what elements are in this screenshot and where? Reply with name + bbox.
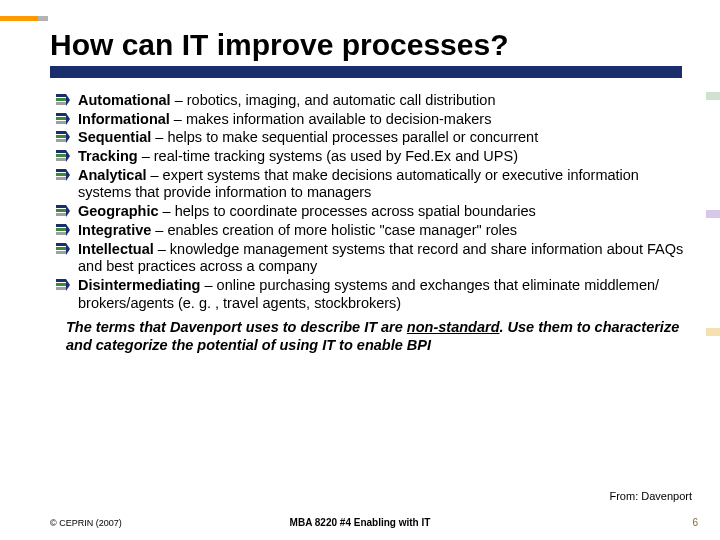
- bullet-term: Disintermediating: [78, 277, 200, 293]
- bullet-term: Analytical: [78, 167, 147, 183]
- svg-rect-17: [56, 213, 66, 216]
- arrow-bullet-icon: [56, 113, 70, 125]
- bullet-term: Integrative: [78, 222, 151, 238]
- footnote-text: The terms that Davenport uses to describ…: [56, 318, 690, 354]
- bullet-term: Automational: [78, 92, 171, 108]
- arrow-bullet-icon: [56, 243, 70, 255]
- svg-rect-8: [56, 139, 66, 142]
- svg-rect-15: [56, 205, 66, 208]
- bullet-desc: – real-time tracking systems (as used by…: [138, 148, 518, 164]
- bullet-term: Sequential: [78, 129, 151, 145]
- slide-title: How can IT improve processes?: [50, 28, 700, 66]
- svg-rect-2: [56, 102, 66, 105]
- svg-rect-20: [56, 232, 66, 235]
- arrow-bullet-icon: [56, 205, 70, 217]
- bullet-term: Tracking: [78, 148, 138, 164]
- accent-bar-grey: [38, 16, 48, 21]
- svg-rect-21: [56, 243, 66, 246]
- bullet-desc: – helps to make sequential processes par…: [151, 129, 538, 145]
- arrow-bullet-icon: [56, 279, 70, 291]
- svg-rect-14: [56, 177, 66, 180]
- svg-rect-23: [56, 251, 66, 254]
- list-item: Analytical – expert systems that make de…: [56, 167, 690, 202]
- svg-rect-3: [56, 113, 66, 116]
- bullet-desc: – knowledge management systems that reco…: [78, 241, 683, 275]
- right-accent-group: [706, 92, 720, 446]
- svg-rect-24: [56, 279, 66, 282]
- svg-rect-18: [56, 224, 66, 227]
- svg-rect-6: [56, 131, 66, 134]
- title-underline: [50, 66, 682, 78]
- svg-rect-10: [56, 154, 66, 157]
- svg-rect-7: [56, 135, 66, 138]
- svg-rect-22: [56, 247, 66, 250]
- svg-rect-16: [56, 209, 66, 212]
- note-pre: The terms that Davenport uses to describ…: [66, 319, 407, 335]
- svg-rect-19: [56, 228, 66, 231]
- svg-rect-1: [56, 98, 66, 101]
- svg-rect-9: [56, 150, 66, 153]
- accent-tan: [706, 328, 720, 336]
- note-underlined: non-standard: [407, 319, 500, 335]
- bullet-term: Geographic: [78, 203, 159, 219]
- list-item: Tracking – real-time tracking systems (a…: [56, 148, 690, 166]
- svg-rect-12: [56, 169, 66, 172]
- svg-rect-4: [56, 117, 66, 120]
- footer-title: MBA 8220 #4 Enabling with IT: [0, 517, 720, 528]
- arrow-bullet-icon: [56, 224, 70, 236]
- arrow-bullet-icon: [56, 150, 70, 162]
- bullet-term: Informational: [78, 111, 170, 127]
- content-area: Automational – robotics, imaging, and au…: [56, 92, 690, 355]
- accent-purple: [706, 210, 720, 218]
- list-item: Sequential – helps to make sequential pr…: [56, 129, 690, 147]
- arrow-bullet-icon: [56, 169, 70, 181]
- svg-rect-13: [56, 173, 66, 176]
- list-item: Automational – robotics, imaging, and au…: [56, 92, 690, 110]
- list-item: Integrative – enables creation of more h…: [56, 222, 690, 240]
- svg-rect-11: [56, 158, 66, 161]
- accent-green: [706, 92, 720, 100]
- svg-rect-5: [56, 121, 66, 124]
- arrow-bullet-icon: [56, 94, 70, 106]
- bullet-desc: – makes information available to decisio…: [170, 111, 492, 127]
- accent-bar-orange: [0, 16, 38, 21]
- bullet-desc: – enables creation of more holistic "cas…: [151, 222, 517, 238]
- bullet-term: Intellectual: [78, 241, 154, 257]
- bullet-desc: – helps to coordinate processes across s…: [159, 203, 536, 219]
- svg-rect-26: [56, 287, 66, 290]
- svg-rect-0: [56, 94, 66, 97]
- title-block: How can IT improve processes?: [50, 28, 700, 78]
- list-item: Disintermediating – online purchasing sy…: [56, 277, 690, 312]
- list-item: Intellectual – knowledge management syst…: [56, 241, 690, 276]
- source-label: From: Davenport: [609, 490, 692, 502]
- bullet-list: Automational – robotics, imaging, and au…: [56, 92, 690, 312]
- svg-rect-25: [56, 283, 66, 286]
- list-item: Geographic – helps to coordinate process…: [56, 203, 690, 221]
- page-number: 6: [692, 517, 698, 528]
- list-item: Informational – makes information availa…: [56, 111, 690, 129]
- arrow-bullet-icon: [56, 131, 70, 143]
- bullet-desc: – robotics, imaging, and automatic call …: [171, 92, 496, 108]
- bullet-desc: – expert systems that make decisions aut…: [78, 167, 639, 201]
